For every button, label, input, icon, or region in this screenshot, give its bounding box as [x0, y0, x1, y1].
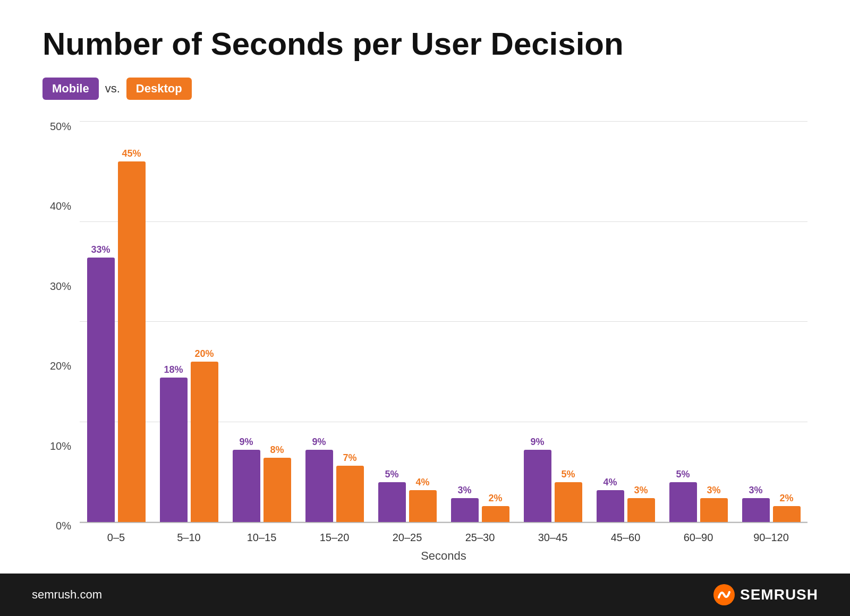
x-axis-label: 10–15 [225, 528, 298, 544]
x-axis-label: 30–45 [516, 528, 589, 544]
mobile-bar [451, 498, 479, 522]
desktop-bar-wrapper: 4% [409, 121, 437, 522]
legend: Mobile vs. Desktop [42, 78, 808, 100]
desktop-bar-wrapper: 3% [700, 121, 728, 522]
y-axis-label: 10% [50, 441, 71, 451]
legend-vs: vs. [105, 82, 120, 96]
y-axis: 50%40%30%20%10%0% [42, 121, 80, 563]
bar-groups: 33%45%18%20%9%8%9%7%5%4%3%2%9%5%4%3%5%3%… [80, 121, 808, 522]
chart-inner: 33%45%18%20%9%8%9%7%5%4%3%2%9%5%4%3%5%3%… [80, 121, 808, 563]
bar-group: 33%45% [80, 121, 152, 522]
x-axis-label: 0–5 [80, 528, 152, 544]
mobile-bar-wrapper: 3% [742, 121, 770, 522]
x-axis-label: 15–20 [298, 528, 371, 544]
legend-mobile: Mobile [42, 78, 99, 100]
desktop-bar-label: 3% [707, 485, 720, 496]
semrush-icon [713, 584, 735, 605]
main-content: Number of Seconds per User Decision Mobi… [0, 0, 850, 574]
mobile-bar-wrapper: 9% [233, 121, 260, 522]
mobile-bar-label: 9% [239, 437, 253, 448]
x-axis: 0–55–1010–1515–2020–2525–3030–4545–6060–… [80, 528, 808, 544]
mobile-bar-label: 3% [457, 485, 471, 496]
mobile-bar-label: 33% [91, 244, 110, 255]
desktop-bar-label: 4% [415, 477, 429, 488]
desktop-bar [700, 498, 728, 522]
chart-wrapper: 50%40%30%20%10%0% 33%45%18%20%9%8%9%7%5%… [42, 121, 808, 563]
desktop-bar-wrapper: 8% [264, 121, 291, 522]
desktop-bar-label: 5% [561, 469, 575, 480]
mobile-bar-wrapper: 18% [160, 121, 188, 522]
mobile-bar-wrapper: 4% [597, 121, 624, 522]
mobile-bar-label: 3% [749, 485, 762, 496]
bar-group: 5%4% [371, 121, 444, 522]
bar-group: 3%2% [735, 121, 808, 522]
mobile-bar-wrapper: 9% [524, 121, 551, 522]
desktop-bar-label: 20% [194, 348, 214, 360]
desktop-bar [118, 161, 146, 523]
desktop-bar-wrapper: 3% [627, 121, 655, 522]
y-axis-label: 50% [50, 121, 71, 132]
mobile-bar [524, 450, 551, 522]
mobile-bar [669, 482, 697, 523]
desktop-bar [773, 506, 801, 522]
desktop-bar-wrapper: 20% [191, 121, 218, 522]
x-axis-label: 25–30 [444, 528, 516, 544]
mobile-bar [597, 490, 624, 522]
mobile-bar-label: 9% [530, 437, 544, 448]
x-axis-label: 5–10 [152, 528, 225, 544]
x-axis-title: Seconds [80, 549, 808, 563]
footer-logo-text: SEMRUSH [740, 586, 818, 603]
desktop-bar-label: 7% [343, 452, 356, 464]
desktop-bar [336, 466, 364, 522]
desktop-bar-wrapper: 7% [336, 121, 364, 522]
desktop-bar [555, 482, 582, 523]
desktop-bar [482, 506, 509, 522]
mobile-bar-label: 9% [312, 437, 326, 448]
bar-group: 5%3% [662, 121, 735, 522]
x-axis-label: 45–60 [589, 528, 662, 544]
desktop-bar-wrapper: 45% [118, 121, 146, 522]
desktop-bar-label: 8% [270, 444, 284, 456]
bar-group: 3%2% [444, 121, 516, 522]
bar-group: 9%7% [298, 121, 371, 522]
y-axis-label: 30% [50, 281, 71, 292]
desktop-bar-label: 2% [779, 493, 793, 504]
legend-desktop: Desktop [126, 78, 192, 100]
footer: semrush.com SEMRUSH [0, 574, 850, 616]
mobile-bar-wrapper: 33% [87, 121, 115, 522]
mobile-bar-wrapper: 5% [669, 121, 697, 522]
y-axis-label: 40% [50, 201, 71, 211]
desktop-bar [627, 498, 655, 522]
desktop-bar-label: 45% [122, 148, 141, 159]
desktop-bar-wrapper: 2% [482, 121, 509, 522]
desktop-bar-wrapper: 2% [773, 121, 801, 522]
x-axis-label: 20–25 [371, 528, 444, 544]
chart-area: 50%40%30%20%10%0% 33%45%18%20%9%8%9%7%5%… [42, 121, 808, 563]
mobile-bar-label: 5% [676, 469, 690, 480]
mobile-bar [87, 258, 115, 522]
desktop-bar-label: 3% [634, 485, 648, 496]
mobile-bar-label: 4% [603, 477, 617, 488]
bars-container: 33%45%18%20%9%8%9%7%5%4%3%2%9%5%4%3%5%3%… [80, 121, 808, 523]
desktop-bar-label: 2% [488, 493, 502, 504]
y-axis-label: 20% [50, 361, 71, 371]
desktop-bar [409, 490, 437, 522]
footer-logo: SEMRUSH [713, 584, 818, 605]
bar-group: 18%20% [152, 121, 225, 522]
mobile-bar [160, 378, 188, 522]
mobile-bar-label: 5% [385, 469, 398, 480]
bar-group: 4%3% [589, 121, 662, 522]
mobile-bar [305, 450, 333, 522]
mobile-bar-wrapper: 3% [451, 121, 479, 522]
chart-title: Number of Seconds per User Decision [42, 27, 808, 62]
desktop-bar [191, 362, 218, 522]
mobile-bar-wrapper: 9% [305, 121, 333, 522]
desktop-bar-wrapper: 5% [555, 121, 582, 522]
mobile-bar [378, 482, 406, 523]
x-axis-label: 90–120 [735, 528, 808, 544]
mobile-bar-label: 18% [164, 364, 183, 375]
desktop-bar [264, 458, 291, 522]
mobile-bar-wrapper: 5% [378, 121, 406, 522]
y-axis-label: 0% [56, 520, 71, 531]
footer-url: semrush.com [32, 588, 102, 602]
